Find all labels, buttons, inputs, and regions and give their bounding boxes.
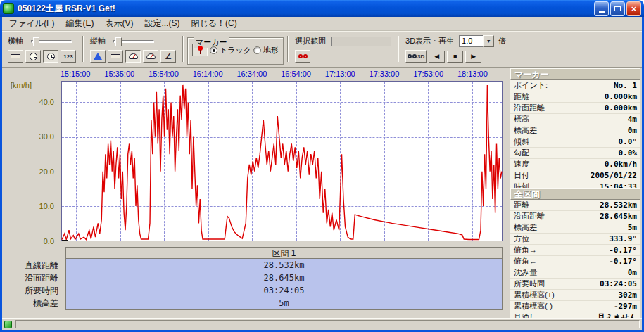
minimize-icon — [599, 11, 605, 13]
info-label: 所要時間 — [514, 279, 545, 289]
angle-icon: ∠ — [165, 52, 172, 61]
toolbar-group-vertical-axis: 縦軸 ∠ — [87, 33, 179, 65]
app-window: 050122土屋 RSR-V1 Get! × ファイル(F)編集(E)表示(V)… — [0, 0, 644, 332]
status-app-icon — [4, 321, 12, 328]
toolbar-group-3d-playback: 3D表示・再生 1.0 ▼ 倍 3D ◀ ■ ▶ — [403, 33, 509, 65]
info-label: ポイント: — [514, 80, 548, 91]
info-label: 距離 — [514, 91, 529, 102]
main-area: 15:15:0015:35:0015:54:0016:14:0016:34:00… — [2, 68, 642, 318]
info-value: 28.645km — [600, 212, 637, 221]
section-summary-table: 区間 1 28.532km28.645km03:24:055m — [65, 247, 503, 310]
info-row: 方位333.9° — [510, 234, 640, 245]
info-label: 方位 — [514, 234, 529, 244]
selection-glasses-button[interactable] — [295, 50, 310, 63]
playback-speed-combobox[interactable]: 1.0 ▼ — [459, 35, 494, 47]
titlebar[interactable]: 050122土屋 RSR-V1 Get! × — [0, 0, 644, 17]
x-axis-labels: 15:15:0015:35:0015:54:0016:14:0016:34:00… — [61, 70, 503, 79]
marker-panel-header: マーカー — [510, 68, 640, 80]
haxis-numbers-button[interactable]: 123 — [61, 50, 76, 63]
horizontal-axis-zoom-slider[interactable] — [31, 40, 72, 43]
section-value: 28.645km — [66, 272, 502, 284]
playback-speed-unit: 倍 — [498, 36, 506, 46]
toolbar-group-selection: 選択範囲 — [292, 33, 394, 65]
section-label: 沿面距離 — [4, 272, 63, 284]
haxis-distance-button[interactable] — [8, 50, 23, 63]
menu-item[interactable]: ファイル(F) — [4, 16, 60, 31]
haxis-time-button[interactable] — [25, 50, 41, 63]
info-label: 累積標高(+) — [514, 290, 555, 300]
info-label: 距離 — [514, 200, 529, 210]
menu-item[interactable]: 設定...(S) — [139, 16, 185, 31]
info-value: 0.000km — [605, 103, 637, 113]
info-row: 俯角→-0.17° — [510, 245, 640, 256]
info-label: 標高 — [514, 114, 529, 124]
info-row: 距離28.532km — [510, 200, 640, 211]
maximize-icon — [614, 6, 621, 11]
section-table-header: 区間 1 — [66, 248, 502, 259]
section-label: 直線距離 — [4, 259, 63, 272]
vaxis-elevation-button[interactable] — [90, 50, 106, 63]
digits-icon: 123 — [63, 53, 72, 60]
info-value: 03:24:05 — [600, 279, 637, 288]
info-value: 5m — [628, 223, 637, 232]
marker-cross-icon[interactable] — [62, 237, 68, 243]
speed-line — [62, 85, 502, 240]
toolbar-separator — [82, 36, 84, 62]
info-row: 日付2005/01/22 — [510, 170, 640, 181]
menu-item[interactable]: 編集(E) — [60, 16, 99, 31]
x-tick-label: 15:35:00 — [104, 70, 134, 78]
radio-selected-icon[interactable] — [210, 46, 217, 54]
menu-item[interactable]: 閉じる！(C) — [185, 16, 242, 31]
speed-chart-plot[interactable] — [61, 81, 503, 241]
info-value: 2005/01/22 — [591, 171, 637, 180]
vaxis-slope-button[interactable]: ∠ — [160, 50, 176, 63]
radio-unselected-icon[interactable] — [253, 46, 261, 54]
info-row: 沿面距離28.645km — [510, 211, 640, 222]
info-row: 速度0.0km/h — [510, 159, 640, 170]
vertical-axis-zoom-slider[interactable] — [113, 40, 154, 43]
3d-label: 3D — [417, 53, 424, 60]
playback-speed-value[interactable]: 1.0 — [459, 35, 483, 47]
red-glasses-icon — [303, 54, 308, 58]
menu-item[interactable]: 表示(V) — [99, 16, 139, 31]
play-button[interactable]: ▶ — [465, 51, 481, 63]
info-row: 距離0.000km — [510, 91, 640, 103]
y-tick-label: 20.0 — [39, 167, 54, 176]
3d-glasses-icon — [412, 54, 417, 58]
info-row: 標高差5m — [510, 222, 640, 234]
radio-terrain[interactable]: 地形 — [253, 45, 279, 56]
info-label: 標高差 — [514, 125, 537, 136]
vaxis-gauge-button[interactable] — [143, 50, 158, 63]
info-value: 0.0% — [619, 148, 638, 158]
haxis-clock-button[interactable] — [43, 50, 58, 63]
clock-icon — [30, 53, 37, 60]
info-row: 俯角←-0.17° — [510, 256, 640, 267]
slider-thumb[interactable] — [33, 37, 39, 46]
toolbar: 横軸 123 縦軸 — [2, 31, 642, 68]
info-row: 標高4m — [510, 114, 640, 125]
chevron-down-icon[interactable]: ▼ — [483, 35, 494, 47]
x-tick-label: 17:13:00 — [325, 70, 355, 78]
stop-button[interactable]: ■ — [447, 51, 463, 63]
radio-terrain-label: 地形 — [263, 45, 279, 56]
close-button[interactable]: × — [626, 1, 641, 16]
section-value: 03:24:05 — [66, 284, 502, 297]
maximize-button[interactable] — [610, 1, 625, 16]
horizontal-axis-label: 横軸 — [8, 36, 23, 46]
y-tick-label: 40.0 — [39, 98, 54, 106]
vaxis-flat-button[interactable] — [108, 50, 123, 63]
slider-thumb[interactable] — [115, 37, 122, 46]
info-value: 0.000km — [605, 92, 637, 101]
3d-view-button[interactable]: 3D — [405, 50, 427, 63]
y-tick-label: 10.0 — [39, 202, 54, 210]
minimize-button[interactable] — [594, 1, 609, 16]
info-value: No. 1 — [614, 81, 637, 90]
info-row: 沿面距離0.000km — [510, 103, 640, 114]
info-value: -0.17° — [609, 245, 637, 255]
rewind-button[interactable]: ◀ — [429, 51, 445, 63]
vaxis-speed-button[interactable] — [125, 50, 141, 63]
info-row: 所要時間03:24:05 — [510, 279, 640, 290]
y-tick-label: 30.0 — [39, 132, 54, 141]
x-tick-label: 18:13:00 — [457, 70, 488, 78]
info-label: 俯角← — [514, 256, 537, 267]
